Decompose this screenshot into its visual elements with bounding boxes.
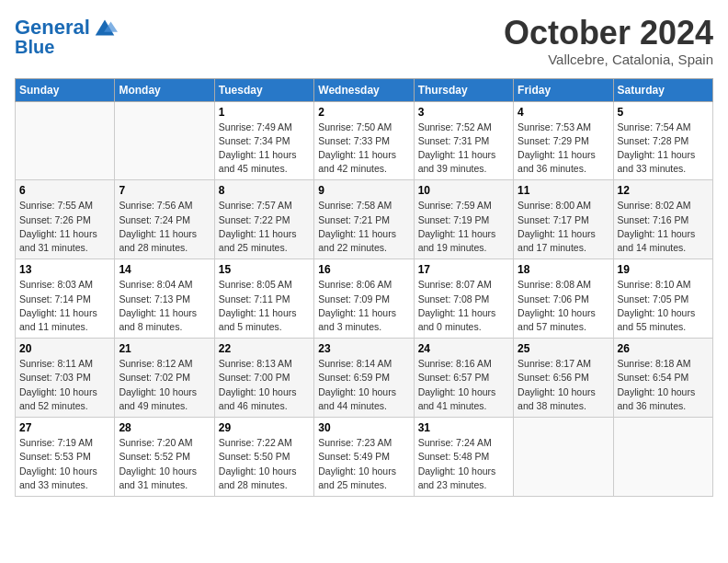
calendar-cell: 25Sunrise: 8:17 AMSunset: 6:56 PMDayligh… (514, 339, 613, 418)
day-number: 16 (318, 263, 409, 276)
day-number: 29 (219, 421, 310, 434)
day-detail: Sunrise: 8:11 AMSunset: 7:03 PMDaylight:… (19, 357, 110, 413)
day-number: 18 (518, 263, 609, 276)
page-header: General Blue October 2024 Vallcebre, Cat… (15, 15, 713, 67)
calendar-cell (613, 418, 712, 497)
day-number: 30 (318, 421, 409, 434)
day-detail: Sunrise: 8:02 AMSunset: 7:16 PMDaylight:… (618, 199, 709, 255)
day-detail: Sunrise: 8:17 AMSunset: 6:56 PMDaylight:… (518, 357, 609, 413)
calendar-cell: 9Sunrise: 7:58 AMSunset: 7:21 PMDaylight… (314, 180, 414, 259)
calendar-cell: 24Sunrise: 8:16 AMSunset: 6:57 PMDayligh… (414, 339, 513, 418)
day-detail: Sunrise: 7:55 AMSunset: 7:26 PMDaylight:… (19, 199, 110, 255)
day-number: 23 (318, 342, 409, 355)
day-detail: Sunrise: 7:50 AMSunset: 7:33 PMDaylight:… (318, 121, 409, 177)
day-number: 20 (19, 342, 110, 355)
day-number: 6 (19, 184, 110, 197)
calendar-cell: 30Sunrise: 7:23 AMSunset: 5:49 PMDayligh… (314, 418, 414, 497)
calendar-cell: 16Sunrise: 8:06 AMSunset: 7:09 PMDayligh… (314, 259, 414, 339)
week-row-3: 13Sunrise: 8:03 AMSunset: 7:14 PMDayligh… (16, 259, 713, 339)
day-detail: Sunrise: 7:58 AMSunset: 7:21 PMDaylight:… (318, 199, 409, 255)
calendar-cell: 10Sunrise: 7:59 AMSunset: 7:19 PMDayligh… (414, 180, 513, 259)
day-detail: Sunrise: 7:22 AMSunset: 5:50 PMDaylight:… (219, 436, 310, 492)
calendar-cell: 6Sunrise: 7:55 AMSunset: 7:26 PMDaylight… (16, 180, 115, 259)
calendar-cell: 20Sunrise: 8:11 AMSunset: 7:03 PMDayligh… (16, 339, 115, 418)
day-detail: Sunrise: 8:03 AMSunset: 7:14 PMDaylight:… (19, 278, 110, 334)
day-number: 25 (518, 342, 609, 355)
day-detail: Sunrise: 8:05 AMSunset: 7:11 PMDaylight:… (219, 278, 310, 334)
day-detail: Sunrise: 7:53 AMSunset: 7:29 PMDaylight:… (518, 121, 609, 177)
day-detail: Sunrise: 8:07 AMSunset: 7:08 PMDaylight:… (418, 278, 509, 334)
day-number: 1 (219, 106, 310, 119)
day-number: 24 (418, 342, 509, 355)
calendar-cell: 13Sunrise: 8:03 AMSunset: 7:14 PMDayligh… (16, 259, 115, 339)
calendar-cell: 7Sunrise: 7:56 AMSunset: 7:24 PMDaylight… (115, 180, 214, 259)
day-number: 17 (418, 263, 509, 276)
day-detail: Sunrise: 8:14 AMSunset: 6:59 PMDaylight:… (318, 357, 409, 413)
calendar-cell: 17Sunrise: 8:07 AMSunset: 7:08 PMDayligh… (414, 259, 513, 339)
calendar-cell: 19Sunrise: 8:10 AMSunset: 7:05 PMDayligh… (613, 259, 712, 339)
day-number: 9 (318, 184, 409, 197)
calendar-cell: 28Sunrise: 7:20 AMSunset: 5:52 PMDayligh… (115, 418, 214, 497)
weekday-header-sunday: Sunday (16, 78, 115, 101)
calendar-cell: 11Sunrise: 8:00 AMSunset: 7:17 PMDayligh… (514, 180, 613, 259)
day-detail: Sunrise: 8:18 AMSunset: 6:54 PMDaylight:… (618, 357, 709, 413)
weekday-header-saturday: Saturday (613, 78, 712, 101)
calendar-table: SundayMondayTuesdayWednesdayThursdayFrid… (15, 78, 713, 497)
day-number: 15 (219, 263, 310, 276)
calendar-cell: 18Sunrise: 8:08 AMSunset: 7:06 PMDayligh… (514, 259, 613, 339)
day-number: 26 (618, 342, 709, 355)
day-number: 13 (19, 263, 110, 276)
day-number: 12 (618, 184, 709, 197)
weekday-header-row: SundayMondayTuesdayWednesdayThursdayFrid… (16, 78, 713, 101)
day-number: 4 (518, 106, 609, 119)
calendar-cell: 12Sunrise: 8:02 AMSunset: 7:16 PMDayligh… (613, 180, 712, 259)
day-number: 22 (219, 342, 310, 355)
day-number: 5 (618, 106, 709, 119)
calendar-cell: 1Sunrise: 7:49 AMSunset: 7:34 PMDaylight… (214, 101, 313, 180)
calendar-cell (115, 101, 214, 180)
day-detail: Sunrise: 7:56 AMSunset: 7:24 PMDaylight:… (119, 199, 210, 255)
calendar-cell: 21Sunrise: 8:12 AMSunset: 7:02 PMDayligh… (115, 339, 214, 418)
day-detail: Sunrise: 8:12 AMSunset: 7:02 PMDaylight:… (119, 357, 210, 413)
weekday-header-tuesday: Tuesday (214, 78, 313, 101)
calendar-cell: 27Sunrise: 7:19 AMSunset: 5:53 PMDayligh… (16, 418, 115, 497)
weekday-header-wednesday: Wednesday (314, 78, 414, 101)
day-detail: Sunrise: 7:24 AMSunset: 5:48 PMDaylight:… (418, 436, 509, 492)
week-row-5: 27Sunrise: 7:19 AMSunset: 5:53 PMDayligh… (16, 418, 713, 497)
weekday-header-friday: Friday (514, 78, 613, 101)
day-detail: Sunrise: 7:20 AMSunset: 5:52 PMDaylight:… (119, 436, 210, 492)
calendar-cell: 31Sunrise: 7:24 AMSunset: 5:48 PMDayligh… (414, 418, 513, 497)
day-number: 2 (318, 106, 409, 119)
day-number: 8 (219, 184, 310, 197)
week-row-1: 1Sunrise: 7:49 AMSunset: 7:34 PMDaylight… (16, 101, 713, 180)
day-detail: Sunrise: 7:57 AMSunset: 7:22 PMDaylight:… (219, 199, 310, 255)
calendar-cell: 15Sunrise: 8:05 AMSunset: 7:11 PMDayligh… (214, 259, 313, 339)
day-number: 21 (119, 342, 210, 355)
calendar-cell: 23Sunrise: 8:14 AMSunset: 6:59 PMDayligh… (314, 339, 414, 418)
week-row-4: 20Sunrise: 8:11 AMSunset: 7:03 PMDayligh… (16, 339, 713, 418)
day-number: 19 (618, 263, 709, 276)
calendar-cell: 22Sunrise: 8:13 AMSunset: 7:00 PMDayligh… (214, 339, 313, 418)
calendar-cell: 26Sunrise: 8:18 AMSunset: 6:54 PMDayligh… (613, 339, 712, 418)
calendar-cell: 2Sunrise: 7:50 AMSunset: 7:33 PMDaylight… (314, 101, 414, 180)
day-detail: Sunrise: 8:08 AMSunset: 7:06 PMDaylight:… (518, 278, 609, 334)
calendar-cell: 14Sunrise: 8:04 AMSunset: 7:13 PMDayligh… (115, 259, 214, 339)
logo-icon (92, 15, 118, 40)
weekday-header-thursday: Thursday (414, 78, 513, 101)
month-title: October 2024 (504, 15, 713, 52)
title-block: October 2024 Vallcebre, Catalonia, Spain (504, 15, 713, 67)
day-number: 3 (418, 106, 509, 119)
day-number: 28 (119, 421, 210, 434)
day-detail: Sunrise: 8:10 AMSunset: 7:05 PMDaylight:… (618, 278, 709, 334)
logo: General Blue (15, 15, 118, 57)
calendar-cell (16, 101, 115, 180)
day-detail: Sunrise: 7:23 AMSunset: 5:49 PMDaylight:… (318, 436, 409, 492)
day-detail: Sunrise: 7:54 AMSunset: 7:28 PMDaylight:… (618, 121, 709, 177)
day-detail: Sunrise: 7:52 AMSunset: 7:31 PMDaylight:… (418, 121, 509, 177)
day-number: 11 (518, 184, 609, 197)
calendar-cell: 5Sunrise: 7:54 AMSunset: 7:28 PMDaylight… (613, 101, 712, 180)
calendar-cell: 29Sunrise: 7:22 AMSunset: 5:50 PMDayligh… (214, 418, 313, 497)
location: Vallcebre, Catalonia, Spain (504, 52, 713, 67)
day-number: 10 (418, 184, 509, 197)
day-detail: Sunrise: 8:06 AMSunset: 7:09 PMDaylight:… (318, 278, 409, 334)
